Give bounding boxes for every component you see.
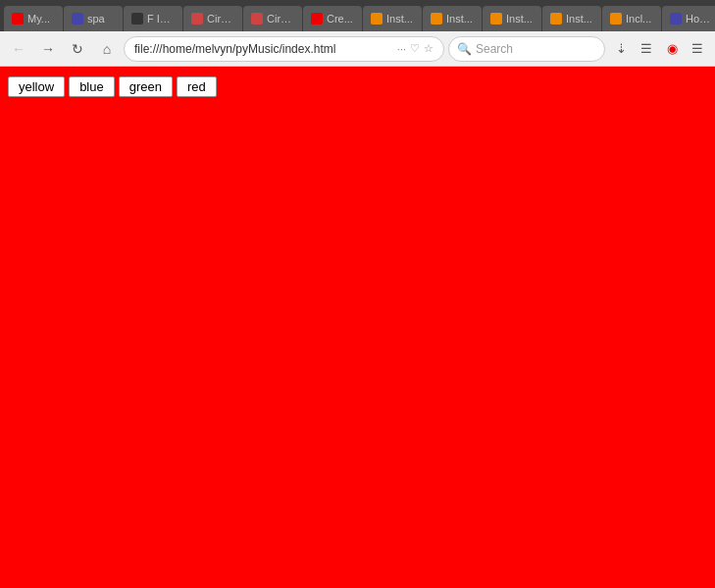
- tab-f-ind[interactable]: F Ind...: [124, 6, 182, 31]
- bookmark-icon[interactable]: ♡: [410, 42, 420, 55]
- page-content: yellow blue green red: [0, 67, 715, 588]
- tab-cre[interactable]: Cre...: [303, 6, 362, 31]
- browser-window: My... spa F Ind... Circ... Circ... Cre..…: [0, 0, 715, 588]
- tab-inst3[interactable]: Inst...: [483, 6, 541, 31]
- tab-favicon: [251, 13, 263, 24]
- tab-favicon: [191, 13, 203, 24]
- ellipsis-icon: ···: [397, 43, 406, 55]
- toolbar-right: ⇣ ☰ ◉ ☰: [609, 37, 709, 61]
- tab-circ1[interactable]: Circ...: [183, 6, 242, 31]
- tab-inst1[interactable]: Inst...: [363, 6, 422, 31]
- tab-favicon: [371, 13, 383, 24]
- tab-inst2[interactable]: Inst...: [423, 6, 482, 31]
- green-button[interactable]: green: [119, 76, 173, 97]
- toolbar: ← → ↻ ⌂ file:///home/melvyn/pyMusic/inde…: [0, 31, 715, 67]
- search-placeholder: Search: [476, 42, 513, 56]
- refresh-button[interactable]: ↻: [65, 36, 90, 62]
- tab-circ2[interactable]: Circ...: [243, 6, 302, 31]
- home-button[interactable]: ⌂: [94, 36, 120, 62]
- search-icon: 🔍: [457, 42, 472, 56]
- menu-button[interactable]: ☰: [686, 37, 709, 61]
- red-button[interactable]: red: [177, 76, 217, 97]
- tab-bar: My... spa F Ind... Circ... Circ... Cre..…: [0, 0, 715, 31]
- bookmarks-button[interactable]: ☰: [635, 37, 658, 61]
- address-text: file:///home/melvyn/pyMusic/index.html: [134, 42, 391, 56]
- tab-favicon: [311, 13, 323, 24]
- tab-favicon: [610, 13, 622, 24]
- addon-button[interactable]: ◉: [660, 37, 684, 61]
- color-buttons: yellow blue green red: [8, 76, 217, 97]
- tab-favicon: [670, 13, 682, 24]
- blue-button[interactable]: blue: [69, 76, 115, 97]
- address-icons: ··· ♡ ☆: [397, 42, 434, 55]
- tab-favicon: [490, 13, 502, 24]
- forward-button[interactable]: →: [35, 36, 61, 62]
- tab-inst4[interactable]: Inst...: [542, 6, 601, 31]
- tab-favicon: [550, 13, 562, 24]
- star-icon[interactable]: ☆: [424, 42, 434, 55]
- tab-favicon: [12, 13, 24, 24]
- address-bar[interactable]: file:///home/melvyn/pyMusic/index.html ·…: [124, 36, 444, 62]
- tab-favicon: [131, 13, 143, 24]
- yellow-button[interactable]: yellow: [8, 76, 65, 97]
- tab-incl[interactable]: Incl...: [602, 6, 661, 31]
- tab-my[interactable]: My...: [4, 6, 63, 31]
- back-button[interactable]: ←: [6, 36, 31, 62]
- tab-how1[interactable]: How...: [662, 6, 715, 31]
- tab-favicon: [72, 13, 83, 24]
- search-bar[interactable]: 🔍 Search: [448, 36, 605, 62]
- tab-favicon: [431, 13, 442, 24]
- download-button[interactable]: ⇣: [609, 37, 633, 61]
- tab-spa[interactable]: spa: [64, 6, 123, 31]
